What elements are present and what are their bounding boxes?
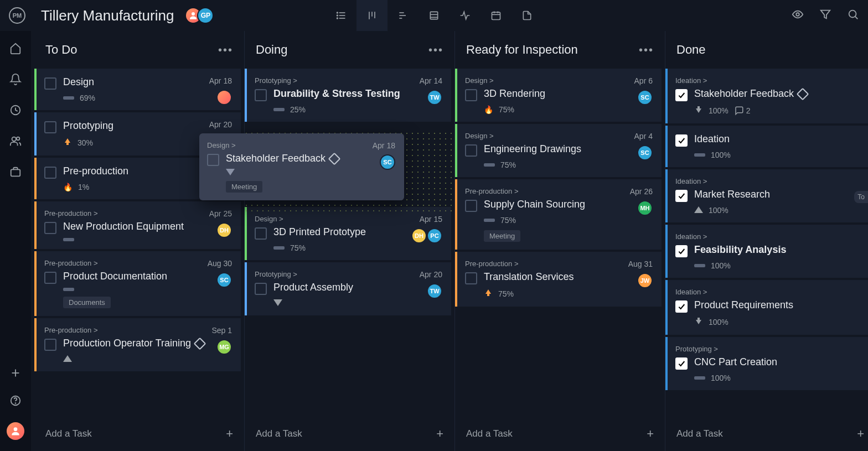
add-task-button[interactable]: Add a Task + [245, 417, 454, 451]
add-task-button[interactable]: Add a Task + [455, 417, 665, 451]
task-card[interactable]: Ideation > Market Research 100% [665, 169, 868, 222]
assignee-avatar[interactable]: TW [427, 283, 442, 299]
task-checkbox[interactable] [675, 89, 688, 101]
task-checkbox[interactable] [675, 300, 688, 313]
task-checkbox[interactable] [207, 154, 219, 166]
task-checkbox[interactable] [675, 134, 688, 147]
help-icon[interactable] [9, 395, 22, 409]
task-checkbox[interactable] [675, 245, 688, 257]
svg-rect-27 [11, 169, 20, 176]
task-checkbox[interactable] [675, 190, 688, 202]
task-card[interactable]: Prototyping > Product Assembly Apr [245, 262, 451, 315]
recent-icon[interactable] [9, 104, 22, 118]
task-card[interactable]: Ideation > Product Requirements 100% [665, 280, 868, 335]
assignee-avatar[interactable]: JW [637, 273, 653, 288]
assignee-avatar[interactable]: SC [380, 154, 395, 170]
task-card[interactable]: Prototyping > CNC Part Creation 100% [665, 337, 868, 390]
column-menu-icon[interactable]: ••• [639, 44, 654, 56]
assignee-avatar[interactable]: SC [216, 272, 232, 288]
assignee-avatar[interactable]: MG [216, 339, 232, 355]
task-checkbox[interactable] [44, 339, 56, 351]
task-checkbox[interactable] [675, 357, 688, 370]
task-card[interactable]: Design > 3D Printed Prototype 75% A [245, 207, 451, 260]
search-icon[interactable] [847, 8, 859, 23]
view-board-icon[interactable] [356, 0, 388, 31]
milestone-icon [328, 152, 341, 165]
view-list-icon[interactable] [326, 0, 356, 31]
add-task-button[interactable]: Add a Task + [34, 417, 244, 451]
view-calendar-icon[interactable] [480, 0, 512, 31]
dragging-card[interactable]: Design > Stakeholder Feedback Meeting Ap… [199, 133, 404, 200]
assignee-avatar[interactable]: DH [411, 228, 427, 243]
assignee-avatar[interactable] [216, 90, 232, 105]
column-title: Doing [256, 43, 287, 57]
task-card[interactable]: Design > 3D Rendering 🔥 75% Apr 6 [455, 69, 662, 122]
task-checkbox[interactable] [44, 167, 56, 179]
task-card[interactable]: Pre-production > Translation Services 75… [455, 252, 662, 307]
assignee-avatar[interactable]: SC [637, 145, 653, 160]
card-breadcrumb: Prototyping > [255, 270, 441, 278]
collapsed-info-badge[interactable]: To [854, 191, 868, 203]
assignee-avatar[interactable]: PC [427, 228, 442, 243]
card-title: Stakeholder Feedback [226, 153, 394, 164]
comments-icon[interactable]: 2 [734, 106, 751, 116]
column-menu-icon[interactable]: ••• [428, 44, 443, 56]
task-card[interactable]: Ideation > Stakeholder Feedback 100% 2 [665, 69, 868, 123]
column-title: Ready for Inspection [466, 43, 578, 57]
user-avatar[interactable] [7, 422, 24, 440]
task-card[interactable]: Design 69% Apr 18 [34, 69, 241, 110]
card-title: Prototyping [63, 120, 231, 132]
task-checkbox[interactable] [465, 144, 477, 157]
task-checkbox[interactable] [44, 77, 56, 90]
app-logo[interactable]: PM [9, 7, 25, 24]
plus-icon: + [226, 427, 233, 441]
task-card[interactable]: Ideation 100% [665, 126, 868, 167]
team-icon[interactable] [9, 135, 22, 149]
add-task-button[interactable]: Add a Task + [665, 417, 868, 451]
column-menu-icon[interactable]: ••• [218, 44, 233, 56]
assignee-avatar[interactable]: DH [216, 222, 232, 238]
view-sheet-icon[interactable] [418, 0, 450, 31]
task-checkbox[interactable] [255, 283, 267, 295]
add-icon[interactable] [9, 367, 22, 381]
card-progress: 25% [290, 105, 306, 114]
card-breadcrumb: Ideation > [675, 288, 862, 296]
priority-triangle-up-icon [694, 206, 703, 215]
task-card[interactable]: Pre-production > Production Operator Tra… [34, 318, 241, 371]
plus-icon: + [436, 427, 443, 441]
task-card[interactable]: Design > Engineering Drawings 75% A [455, 124, 662, 177]
svg-marker-21 [821, 11, 830, 19]
task-card[interactable]: Ideation > Feasibility Analysis 100% [665, 225, 868, 278]
view-gantt-icon[interactable] [388, 0, 418, 31]
notifications-icon[interactable] [9, 73, 22, 87]
task-checkbox[interactable] [465, 200, 477, 212]
card-progress: 75% [499, 105, 514, 114]
project-title[interactable]: Tillery Manufacturing [41, 7, 174, 24]
task-card[interactable]: Pre-production > Product Documentation D… [34, 251, 241, 316]
avatar[interactable]: GP [197, 7, 214, 24]
task-checkbox[interactable] [255, 89, 267, 101]
assignee-avatar[interactable]: SC [637, 90, 653, 105]
task-checkbox[interactable] [44, 121, 56, 133]
task-card[interactable]: Pre-production > Supply Chain Sourcing 7… [455, 179, 662, 250]
home-icon[interactable] [9, 42, 22, 56]
visibility-icon[interactable] [792, 8, 804, 23]
portfolio-icon[interactable] [9, 166, 22, 180]
card-progress: 30% [78, 138, 93, 147]
card-title: Market Research [694, 189, 862, 200]
view-files-icon[interactable] [512, 0, 542, 31]
project-members[interactable]: GP [185, 7, 214, 24]
filter-icon[interactable] [819, 8, 831, 23]
task-checkbox[interactable] [44, 222, 56, 234]
assignee-avatar[interactable]: MH [637, 200, 653, 216]
task-checkbox[interactable] [255, 227, 267, 240]
task-checkbox[interactable] [44, 272, 56, 284]
task-card[interactable]: Pre-production > New Production Equipmen… [34, 201, 241, 249]
task-checkbox[interactable] [465, 272, 477, 284]
view-activity-icon[interactable] [450, 0, 480, 31]
assignee-avatar[interactable]: TW [427, 90, 442, 105]
card-breadcrumb: Design > [465, 132, 652, 140]
task-checkbox[interactable] [465, 89, 477, 101]
priority-triangle-down-icon [273, 299, 282, 308]
task-card[interactable]: Prototyping > Durability & Stress Testin… [245, 69, 451, 122]
